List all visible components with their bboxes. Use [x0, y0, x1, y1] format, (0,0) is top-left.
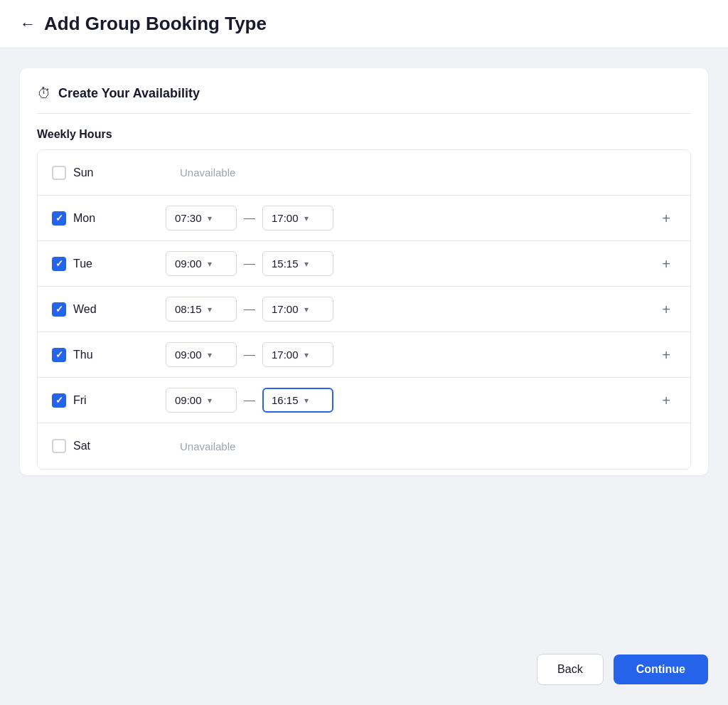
wed-add-button[interactable]: +	[656, 300, 676, 319]
thu-checkbox-area: Thu	[52, 348, 166, 362]
wed-checkbox[interactable]	[52, 302, 66, 317]
wed-dash: —	[244, 303, 255, 316]
main-content: ⏱ Create Your Availability Weekly Hours …	[0, 48, 728, 642]
sun-label: Sun	[73, 166, 93, 179]
thu-end-select[interactable]: 17:00 ▾	[262, 342, 333, 367]
mon-checkbox-area: Mon	[52, 211, 166, 226]
fri-end-value: 16:15	[272, 394, 299, 406]
wed-start-chevron: ▾	[208, 304, 212, 314]
header: ← Add Group Booking Type	[0, 0, 728, 48]
mon-start-value: 07:30	[175, 212, 202, 224]
back-button[interactable]: Back	[537, 654, 604, 685]
fri-checkbox-area: Fri	[52, 393, 166, 408]
sun-checkbox[interactable]	[52, 166, 66, 180]
sun-unavailable: Unavailable	[180, 166, 235, 179]
mon-time-range: 07:30 ▾ — 17:00 ▾	[166, 206, 656, 230]
fri-time-range: 09:00 ▾ — 16:15 ▾	[166, 388, 656, 413]
tue-start-chevron: ▾	[208, 259, 212, 269]
fri-start-chevron: ▾	[208, 396, 212, 405]
footer-actions: Back Continue	[0, 642, 728, 705]
tue-add-button[interactable]: +	[656, 254, 676, 274]
mon-end-value: 17:00	[272, 212, 299, 224]
wed-end-select[interactable]: 17:00 ▾	[262, 297, 333, 322]
day-row-tue: Tue 09:00 ▾ — 15:15 ▾ +	[38, 241, 690, 287]
thu-checkbox[interactable]	[52, 348, 66, 362]
thu-end-value: 17:00	[272, 349, 299, 361]
fri-dash: —	[244, 394, 255, 407]
day-row-wed: Wed 08:15 ▾ — 17:00 ▾ +	[38, 287, 690, 332]
wed-end-value: 17:00	[272, 303, 299, 315]
mon-checkbox[interactable]	[52, 211, 66, 226]
thu-start-chevron: ▾	[208, 350, 212, 360]
mon-end-select[interactable]: 17:00 ▾	[262, 206, 333, 230]
sat-label: Sat	[73, 440, 90, 452]
thu-add-button[interactable]: +	[656, 345, 676, 365]
tue-label: Tue	[73, 258, 92, 270]
tue-end-select[interactable]: 15:15 ▾	[262, 251, 333, 276]
day-row-mon: Mon 07:30 ▾ — 17:00 ▾ +	[38, 196, 690, 241]
mon-label: Mon	[73, 212, 95, 225]
back-arrow-icon[interactable]: ←	[20, 16, 36, 32]
wed-end-chevron: ▾	[304, 304, 309, 314]
tue-checkbox-area: Tue	[52, 257, 166, 271]
sun-checkbox-area: Sun	[52, 166, 166, 180]
fri-start-select[interactable]: 09:00 ▾	[166, 388, 237, 413]
thu-label: Thu	[73, 349, 93, 361]
thu-start-value: 09:00	[175, 349, 202, 361]
thu-dash: —	[244, 349, 255, 361]
mon-start-chevron: ▾	[208, 213, 212, 223]
day-row-thu: Thu 09:00 ▾ — 17:00 ▾ +	[38, 332, 690, 378]
mon-add-button[interactable]: +	[656, 208, 676, 228]
tue-end-chevron: ▾	[304, 259, 309, 269]
wed-start-value: 08:15	[175, 303, 202, 315]
fri-checkbox[interactable]	[52, 393, 66, 408]
weekly-hours-label: Weekly Hours	[37, 128, 691, 141]
page-container: ← Add Group Booking Type ⏱ Create Your A…	[0, 0, 728, 705]
availability-grid: Sun Unavailable Mon 07:30 ▾	[37, 149, 691, 470]
wed-label: Wed	[73, 303, 97, 316]
tue-end-value: 15:15	[272, 258, 299, 270]
sat-checkbox-area: Sat	[52, 439, 166, 453]
fri-add-button[interactable]: +	[656, 391, 676, 410]
sat-checkbox[interactable]	[52, 439, 66, 453]
day-row-sat: Sat Unavailable	[38, 423, 690, 469]
fri-end-chevron: ▾	[304, 396, 309, 405]
section-title: Create Your Availability	[58, 86, 200, 101]
fri-end-select[interactable]: 16:15 ▾	[262, 388, 333, 413]
mon-end-chevron: ▾	[304, 213, 309, 223]
continue-button[interactable]: Continue	[614, 654, 708, 684]
fri-start-value: 09:00	[175, 394, 202, 406]
wed-start-select[interactable]: 08:15 ▾	[166, 297, 237, 322]
availability-section-card: ⏱ Create Your Availability Weekly Hours …	[20, 68, 708, 475]
thu-start-select[interactable]: 09:00 ▾	[166, 342, 237, 367]
thu-end-chevron: ▾	[304, 350, 309, 360]
tue-start-value: 09:00	[175, 258, 202, 270]
thu-time-range: 09:00 ▾ — 17:00 ▾	[166, 342, 656, 367]
clock-icon: ⏱	[37, 85, 51, 102]
fri-label: Fri	[73, 394, 87, 407]
tue-time-range: 09:00 ▾ — 15:15 ▾	[166, 251, 656, 276]
day-row-sun: Sun Unavailable	[38, 150, 690, 196]
tue-checkbox[interactable]	[52, 257, 66, 271]
day-row-fri: Fri 09:00 ▾ — 16:15 ▾ +	[38, 378, 690, 423]
section-header: ⏱ Create Your Availability	[37, 85, 691, 114]
mon-start-select[interactable]: 07:30 ▾	[166, 206, 237, 230]
tue-dash: —	[244, 258, 255, 270]
wed-checkbox-area: Wed	[52, 302, 166, 317]
page-title: Add Group Booking Type	[44, 13, 267, 35]
wed-time-range: 08:15 ▾ — 17:00 ▾	[166, 297, 656, 322]
sat-unavailable: Unavailable	[180, 440, 235, 452]
mon-dash: —	[244, 212, 255, 225]
tue-start-select[interactable]: 09:00 ▾	[166, 251, 237, 276]
